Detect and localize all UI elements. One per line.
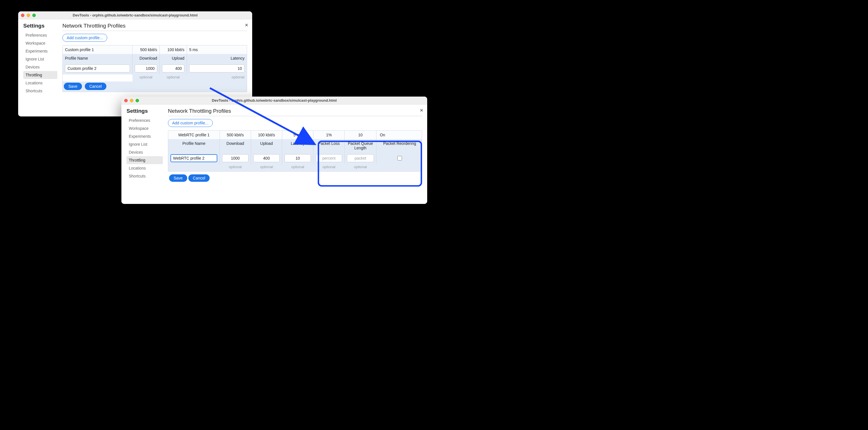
sidebar-item-locations[interactable]: Locations bbox=[23, 79, 57, 87]
zoom-window-icon[interactable] bbox=[32, 13, 36, 17]
page-title: Network Throttling Profiles bbox=[168, 108, 422, 114]
optional-label: optional bbox=[282, 164, 313, 171]
sidebar-item-devices[interactable]: Devices bbox=[126, 148, 163, 156]
sidebar-item-shortcuts[interactable]: Shortcuts bbox=[126, 172, 163, 180]
optional-label: optional bbox=[132, 75, 160, 82]
traffic-lights bbox=[21, 13, 36, 17]
sidebar-item-experiments[interactable]: Experiments bbox=[23, 47, 57, 55]
settings-heading: Settings bbox=[23, 23, 57, 29]
cell-download: 500 kbit/s bbox=[220, 131, 251, 139]
settings-main: Network Throttling Profiles Add custom p… bbox=[62, 23, 247, 95]
cell-download: 500 kbit/s bbox=[132, 46, 160, 54]
header-upload: Upload bbox=[160, 54, 187, 62]
sidebar-item-ignore-list[interactable]: Ignore List bbox=[126, 140, 163, 148]
settings-sidebar: Settings Preferences Workspace Experimen… bbox=[126, 108, 163, 183]
optional-label: optional bbox=[160, 75, 187, 82]
minimize-window-icon[interactable] bbox=[130, 99, 133, 102]
optional-hint-row: . optional optional optional optional op… bbox=[168, 164, 422, 171]
header-profile-name: Profile Name bbox=[63, 54, 132, 62]
cell-latency: 5 ms bbox=[282, 131, 313, 139]
cell-latency: 5 ms bbox=[187, 46, 247, 54]
cell-upload: 100 kbit/s bbox=[251, 131, 282, 139]
close-window-icon[interactable] bbox=[124, 99, 128, 102]
add-custom-profile-button[interactable]: Add custom profile... bbox=[168, 119, 213, 127]
sidebar-item-ignore-list[interactable]: Ignore List bbox=[23, 55, 57, 63]
cell-profile-name: WebRTC profile 1 bbox=[168, 131, 220, 139]
settings-main: Network Throttling Profiles Add custom p… bbox=[168, 108, 422, 183]
window-title: DevTools - orphis.github.io/webrtc-sandb… bbox=[121, 98, 427, 103]
save-button[interactable]: Save bbox=[169, 174, 187, 182]
zoom-window-icon[interactable] bbox=[135, 99, 139, 102]
profiles-table: WebRTC profile 1 500 kbit/s 100 kbit/s 5… bbox=[168, 131, 422, 172]
download-input[interactable] bbox=[135, 64, 157, 73]
cell-profile-name: Custom profile 1 bbox=[63, 46, 132, 54]
header-profile-name: Profile Name bbox=[168, 139, 220, 152]
table-edit-row bbox=[63, 62, 247, 75]
page-title: Network Throttling Profiles bbox=[62, 23, 247, 29]
cell-packet-loss: 1% bbox=[313, 131, 345, 139]
sidebar-item-preferences[interactable]: Preferences bbox=[126, 116, 163, 124]
table-row[interactable]: Custom profile 1 500 kbit/s 100 kbit/s 5… bbox=[63, 46, 247, 54]
sidebar-item-shortcuts[interactable]: Shortcuts bbox=[23, 87, 57, 95]
header-download: Download bbox=[220, 139, 251, 152]
upload-input[interactable] bbox=[162, 64, 184, 73]
sidebar-item-workspace[interactable]: Workspace bbox=[23, 39, 57, 47]
close-icon[interactable]: × bbox=[420, 107, 423, 113]
settings-heading: Settings bbox=[126, 108, 163, 114]
cancel-button[interactable]: Cancel bbox=[85, 83, 106, 90]
optional-label: optional bbox=[220, 164, 251, 171]
header-upload: Upload bbox=[251, 139, 282, 152]
edit-action-row: Save Cancel bbox=[63, 82, 247, 92]
devtools-window-after: DevTools - orphis.github.io/webrtc-sandb… bbox=[121, 96, 427, 204]
titlebar: DevTools - orphis.github.io/webrtc-sandb… bbox=[18, 11, 252, 19]
sidebar-item-devices[interactable]: Devices bbox=[23, 63, 57, 71]
header-packet-queue: Packet Queue Length bbox=[345, 139, 376, 152]
optional-label: optional bbox=[187, 75, 247, 82]
packet-reorder-checkbox[interactable] bbox=[397, 156, 402, 161]
traffic-lights bbox=[124, 99, 139, 102]
sidebar-item-workspace[interactable]: Workspace bbox=[126, 124, 163, 132]
optional-label: optional bbox=[251, 164, 282, 171]
latency-input[interactable] bbox=[284, 154, 311, 162]
optional-hint-row: . optional optional optional bbox=[63, 75, 247, 82]
table-header: Profile Name Download Upload Latency bbox=[63, 54, 247, 62]
table-row[interactable]: WebRTC profile 1 500 kbit/s 100 kbit/s 5… bbox=[168, 131, 422, 139]
divider bbox=[62, 31, 247, 31]
edit-action-row: Save Cancel bbox=[168, 172, 422, 183]
header-packet-reorder: Packet Reordering bbox=[376, 139, 422, 152]
cell-packet-queue: 10 bbox=[345, 131, 376, 139]
window-title: DevTools - orphis.github.io/webrtc-sandb… bbox=[18, 13, 252, 17]
close-icon[interactable]: × bbox=[245, 22, 248, 28]
add-custom-profile-button[interactable]: Add custom profile... bbox=[62, 34, 107, 42]
profile-name-input[interactable] bbox=[65, 64, 130, 73]
optional-label: optional bbox=[313, 164, 345, 171]
close-window-icon[interactable] bbox=[21, 13, 24, 17]
minimize-window-icon[interactable] bbox=[27, 13, 30, 17]
table-edit-row bbox=[168, 152, 422, 164]
table-header: Profile Name Download Upload Latency Pac… bbox=[168, 139, 422, 152]
optional-label: optional bbox=[345, 164, 376, 171]
header-packet-loss: Packet Loss bbox=[313, 139, 345, 152]
sidebar-item-throttling[interactable]: Throttling bbox=[126, 156, 163, 164]
header-latency: Latency bbox=[282, 139, 313, 152]
titlebar: DevTools - orphis.github.io/webrtc-sandb… bbox=[121, 96, 427, 105]
download-input[interactable] bbox=[222, 154, 248, 162]
header-download: Download bbox=[132, 54, 160, 62]
cell-packet-reorder: On bbox=[376, 131, 422, 139]
save-button[interactable]: Save bbox=[64, 83, 82, 90]
cell-upload: 100 kbit/s bbox=[160, 46, 187, 54]
upload-input[interactable] bbox=[253, 154, 280, 162]
sidebar-item-preferences[interactable]: Preferences bbox=[23, 31, 57, 39]
sidebar-item-throttling[interactable]: Throttling bbox=[23, 71, 57, 79]
settings-sidebar: Settings Preferences Workspace Experimen… bbox=[23, 23, 57, 95]
cancel-button[interactable]: Cancel bbox=[188, 174, 210, 182]
header-latency: Latency bbox=[187, 54, 247, 62]
window-content: × Settings Preferences Workspace Experim… bbox=[121, 105, 427, 204]
sidebar-item-experiments[interactable]: Experiments bbox=[126, 132, 163, 140]
packet-queue-input[interactable] bbox=[347, 154, 374, 162]
sidebar-item-locations[interactable]: Locations bbox=[126, 164, 163, 172]
profiles-table: Custom profile 1 500 kbit/s 100 kbit/s 5… bbox=[62, 45, 247, 92]
profile-name-input[interactable] bbox=[170, 154, 217, 162]
latency-input[interactable] bbox=[189, 64, 245, 73]
packet-loss-input[interactable] bbox=[316, 154, 342, 162]
